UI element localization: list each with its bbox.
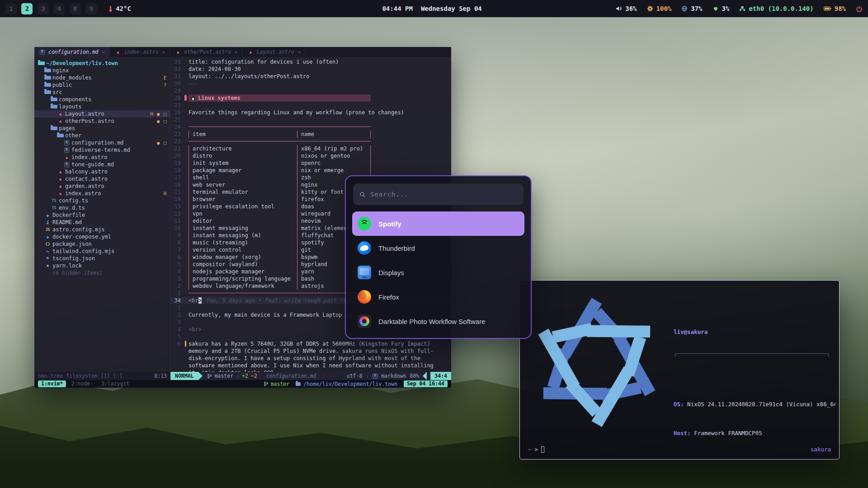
tree-item[interactable]: tailwind.config.mjs [34, 248, 170, 255]
tree-item[interactable]: src [34, 89, 170, 96]
editor-tab[interactable]: index.astro × [110, 47, 170, 57]
volume-module: 36% [616, 5, 637, 12]
buffer-line[interactable]: 33 title: configuration for devices i us… [170, 58, 451, 66]
tab-close-icon[interactable]: × [298, 49, 301, 55]
tree-item[interactable]: garden.astro [34, 183, 170, 190]
launcher-item[interactable]: Spotify [352, 211, 524, 236]
file-icon [57, 175, 64, 183]
line-number: 10 [170, 225, 184, 232]
tree-item[interactable]: index.astro H [34, 190, 170, 197]
tree-item[interactable]: tsconfig.json [34, 255, 170, 262]
tree-item[interactable]: package.json [34, 240, 170, 248]
editor-tab[interactable]: otherPost.astro × [170, 47, 242, 57]
line-number: 32 [170, 66, 184, 73]
search-icon [359, 191, 366, 198]
git-status-marker: E [164, 75, 170, 80]
tree-item[interactable]: tone-guide.md [34, 161, 170, 168]
tree-item-label: docker-compose.yml [52, 234, 111, 240]
line-number: 2 [170, 311, 184, 319]
buffer-line[interactable]: 27 [170, 102, 451, 109]
prompt-path: ~ [528, 446, 532, 453]
tree-item[interactable]: other [34, 132, 170, 139]
workspace-button[interactable]: 3 [38, 3, 49, 14]
launcher-results: Spotify Thunderbird Displays Firefox Dar… [346, 211, 531, 333]
temperature-value: 42°C [116, 5, 131, 12]
tree-item[interactable]: README.md [34, 219, 170, 226]
tree-item[interactable]: yarn.lock [34, 262, 170, 269]
tree-item[interactable]: components [34, 96, 170, 103]
file-icon [63, 139, 70, 146]
line-text: layout: ../../layouts/otherPost.astro [189, 73, 309, 80]
buffer-line-heading[interactable]: 28 Linux systems [170, 94, 451, 102]
table-cell-item: instant messaging (m) [189, 232, 297, 239]
buffer-line[interactable]: 32 date: 2024-08-30 [170, 66, 451, 73]
file-tree[interactable]: ~/Development/liv.town nginx node_module… [34, 57, 170, 372]
tree-item[interactable]: Layout.astro H ● □ [34, 110, 170, 117]
workspace-button[interactable]: 9 [85, 3, 97, 14]
buffer-line[interactable]: 31 layout: ../../layouts/otherPost.astro [170, 73, 451, 80]
tree-item[interactable]: pages [34, 125, 170, 132]
table-header-row[interactable]: 23 item name [170, 131, 451, 138]
tree-item[interactable]: public ? [34, 81, 170, 89]
git-branch-name: master [215, 373, 234, 379]
table-row[interactable]: 20 distro nixos or gentoo [170, 152, 451, 160]
tree-item[interactable]: nginx [34, 67, 170, 74]
line-number: 9 [170, 232, 184, 239]
tmux-window-tab[interactable]: 3:lazygit [98, 380, 132, 387]
table-row[interactable]: 18 package manager nix or emerge [170, 167, 451, 174]
tree-item[interactable]: balcony.astro [34, 168, 170, 175]
tree-item[interactable]: fediverse-terms.md [34, 146, 170, 154]
tree-item[interactable]: docker-compose.yml [34, 233, 170, 240]
workspace-button[interactable]: 8 [70, 3, 81, 14]
tree-item[interactable]: env.d.ts [34, 204, 170, 211]
h2-sign [184, 94, 189, 102]
tree-item[interactable]: Dockerfile [34, 211, 170, 219]
gear-icon [647, 5, 653, 12]
workspace-button[interactable]: 1 [5, 3, 17, 14]
filetype-icon [247, 48, 254, 56]
launcher-item[interactable]: Displays [352, 260, 524, 285]
buffer-line[interactable]: 26 Favorite things regarding Linux and m… [170, 109, 451, 116]
search-input[interactable] [370, 191, 517, 198]
tree-item[interactable]: otherPost.astro ● □ [34, 117, 170, 125]
launcher-item[interactable]: Darktable Photo Workflow Software [352, 309, 524, 333]
workspace-button[interactable]: 2 [21, 3, 33, 14]
editor-tab[interactable]: Layout.astro × [243, 47, 306, 57]
launcher-search-box[interactable] [353, 183, 524, 205]
statusline-filename: configuration.md [266, 373, 316, 379]
shell-prompt[interactable]: ~ > [528, 446, 544, 453]
tmux-window-tab[interactable]: 1:nvim* [38, 380, 66, 387]
launcher-item[interactable]: Thunderbird [352, 236, 524, 260]
buffer-line[interactable]: 30 --- [170, 80, 451, 87]
line-number: 6 [170, 253, 184, 261]
line-number: 26 [170, 109, 184, 116]
buffer-line[interactable]: 25 [170, 116, 451, 123]
tree-item-label: src [52, 89, 62, 95]
tree-item[interactable]: config.ts [34, 197, 170, 204]
launcher-item[interactable]: Firefox [352, 285, 524, 309]
table-cell-name: nix or emerge [297, 167, 371, 174]
tree-item[interactable]: index.astro [34, 154, 170, 161]
tmux-window-tab[interactable]: 2:node- [68, 380, 96, 387]
tab-close-icon[interactable]: × [162, 49, 165, 55]
tree-item[interactable]: ~/Development/liv.town [34, 60, 170, 67]
editor-tab[interactable]: configuration.md × [34, 47, 110, 57]
workspace-button[interactable]: 4 [53, 3, 65, 14]
line-number: 19 [170, 160, 184, 167]
tree-item[interactable]: configuration.md ● □ [34, 139, 170, 146]
tree-item[interactable]: layouts [34, 103, 170, 110]
tab-close-icon[interactable]: × [235, 49, 238, 55]
tree-item[interactable]: (6 hidden items) [34, 269, 170, 277]
buffer-paragraph-line[interactable]: 6 sakura has a Ryzen 5 7640U, 32GB of DD… [170, 340, 451, 372]
line-number: 25 [170, 116, 184, 123]
table-row[interactable]: 19 init system openrc [170, 160, 451, 167]
tab-close-icon[interactable]: × [102, 49, 105, 55]
buffer-line[interactable]: 29 [170, 87, 451, 94]
tree-item-label: tone-guide.md [71, 161, 114, 168]
table-border-top: 24 [170, 123, 451, 131]
power-button[interactable] [856, 5, 863, 12]
tree-item[interactable]: contact.astro [34, 175, 170, 183]
tree-item[interactable]: node_modules E [34, 74, 170, 81]
tree-item[interactable]: astro.config.mjs [34, 226, 170, 233]
table-row[interactable]: 21 architecture x86_64 (rip m2 pro) [170, 145, 451, 152]
